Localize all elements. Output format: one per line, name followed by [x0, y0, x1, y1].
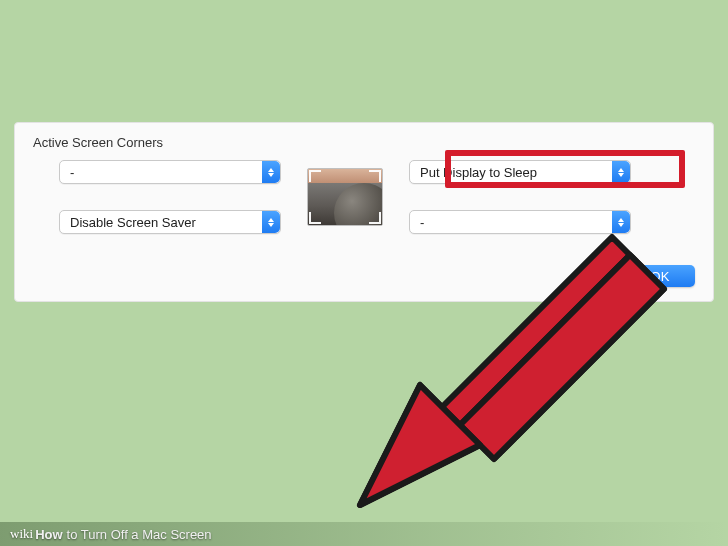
- left-column: - Disable Screen Saver: [59, 160, 281, 234]
- top-left-corner-select[interactable]: -: [59, 160, 281, 184]
- corners-row: - Disable Screen Saver Put Display to Sl…: [33, 160, 695, 234]
- bottom-left-corner-select[interactable]: Disable Screen Saver: [59, 210, 281, 234]
- brand-text: wiki: [10, 526, 33, 542]
- screen-preview-thumbnail: [307, 168, 383, 226]
- wikihow-banner: wikiHow to Turn Off a Mac Screen: [0, 522, 728, 546]
- panel-title: Active Screen Corners: [33, 135, 695, 150]
- right-column: Put Display to Sleep -: [409, 160, 631, 234]
- brand-how-text: How: [35, 527, 62, 542]
- hot-corners-panel: Active Screen Corners - Disable Screen S…: [14, 122, 714, 302]
- article-title: to Turn Off a Mac Screen: [67, 527, 212, 542]
- corner-indicator-icon: [369, 170, 381, 182]
- bottom-left-corner-value: Disable Screen Saver: [70, 215, 196, 230]
- corner-indicator-icon: [309, 212, 321, 224]
- stepper-icon: [262, 211, 280, 233]
- ok-button-label: OK: [651, 269, 670, 284]
- bottom-right-corner-value: -: [420, 215, 424, 230]
- stepper-icon: [612, 211, 630, 233]
- stepper-icon: [612, 161, 630, 183]
- corner-indicator-icon: [369, 212, 381, 224]
- corner-indicator-icon: [309, 170, 321, 182]
- bottom-right-corner-select[interactable]: -: [409, 210, 631, 234]
- top-right-corner-select[interactable]: Put Display to Sleep: [409, 160, 631, 184]
- ok-button[interactable]: OK: [625, 265, 695, 287]
- top-left-corner-value: -: [70, 165, 74, 180]
- stepper-icon: [262, 161, 280, 183]
- top-right-corner-value: Put Display to Sleep: [420, 165, 537, 180]
